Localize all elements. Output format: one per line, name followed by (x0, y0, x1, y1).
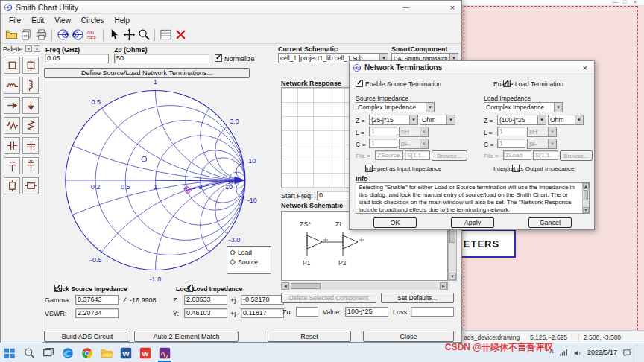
chevron-down-icon[interactable] (420, 127, 428, 136)
volume-icon[interactable] (572, 348, 583, 358)
info-text-box[interactable]: Selecting "Enable" for either Load or So… (356, 182, 590, 214)
zo-value-input[interactable]: 100-j*25 (345, 307, 388, 317)
admittance-grid-icon[interactable] (70, 28, 85, 42)
file-explorer-icon[interactable] (97, 344, 116, 362)
load-l-input[interactable]: 1 (497, 127, 525, 136)
load-l-unit-select[interactable]: nH (527, 127, 557, 137)
open-stub-icon[interactable] (4, 157, 20, 174)
bg-close-icon[interactable] (634, 0, 637, 4)
series-feed-icon[interactable] (4, 97, 20, 114)
ads-icon[interactable] (155, 344, 174, 362)
hscroll-thumb[interactable] (291, 283, 321, 289)
z-imag-input[interactable]: -0.52170 (241, 295, 284, 305)
source-z-unit-select[interactable]: Ohm (420, 115, 455, 125)
show-desktop-button[interactable] (637, 344, 640, 362)
bg-minimize-icon[interactable] (613, 0, 618, 4)
define-terminations-button[interactable]: Define Source/Load Network Terminations.… (44, 68, 250, 78)
source-l-unit-select[interactable]: nH (399, 127, 429, 137)
schematic-hscrollbar[interactable] (281, 282, 448, 290)
load-c-input[interactable]: 1 (497, 139, 525, 148)
y-real-input[interactable]: 0.46103 (184, 308, 227, 318)
loss-input[interactable] (411, 307, 454, 317)
taskbar-clock[interactable]: 2022/5/17 (587, 349, 617, 357)
shunt-resistor-icon[interactable] (22, 117, 39, 134)
load-z-input[interactable]: (100-j*25 (497, 115, 546, 125)
move-icon[interactable] (121, 28, 136, 42)
bg-maximize-icon[interactable] (623, 0, 626, 4)
close-utility-button[interactable]: Close (363, 331, 454, 342)
source-c-input[interactable]: 1 (369, 139, 397, 148)
ground-icon[interactable] (22, 57, 39, 74)
menu-help[interactable]: Help (109, 16, 135, 25)
series-capacitor-icon[interactable] (4, 137, 20, 154)
scroll-down-icon[interactable] (449, 273, 456, 280)
normalize-checkbox[interactable] (215, 54, 222, 62)
load-file-param-input[interactable]: S(1,1.. (533, 150, 558, 160)
notification-icon[interactable] (622, 348, 632, 358)
menu-edit[interactable]: Edit (26, 16, 49, 25)
close-button[interactable]: × (446, 2, 458, 12)
dialog-close-button[interactable]: × (579, 63, 591, 72)
load-z-unit-select[interactable]: Ohm (548, 115, 584, 125)
scroll-down-icon[interactable] (583, 207, 589, 213)
chevron-down-icon[interactable] (575, 115, 583, 124)
y-imag-input[interactable]: 0.11817 (241, 308, 284, 318)
edge-icon[interactable] (58, 344, 78, 362)
word-icon[interactable]: W (116, 344, 136, 362)
source-z-input[interactable]: (25-j*15 (369, 115, 418, 125)
scroll-up-icon[interactable] (583, 183, 589, 189)
chevron-down-icon[interactable] (446, 115, 455, 124)
chrome-icon[interactable] (78, 344, 97, 362)
open-icon[interactable] (4, 28, 19, 42)
series-resistor-icon[interactable] (4, 117, 20, 134)
source-l-input[interactable]: 1 (369, 127, 397, 136)
menu-circles[interactable]: Circles (76, 16, 110, 25)
delete-icon[interactable] (173, 28, 188, 42)
zoom-icon[interactable] (136, 28, 151, 42)
zo-input[interactable] (296, 307, 318, 317)
chevron-down-icon[interactable] (409, 115, 417, 124)
schematic-view-icon[interactable] (158, 28, 173, 42)
source-file-param-input[interactable]: S(1,1.. (405, 150, 430, 160)
delete-selected-component-button[interactable]: Delete Selected Component (281, 293, 376, 303)
build-ads-circuit-button[interactable]: Build ADS Circuit (44, 331, 130, 342)
auto-match-button[interactable]: Auto 2-Element Match (134, 331, 239, 342)
shunt-capacitor-icon[interactable] (22, 137, 39, 154)
scroll-right-icon[interactable] (440, 282, 447, 290)
chevron-down-icon[interactable] (548, 139, 556, 148)
window-titlebar[interactable]: Smith Chart Utility — × (1, 1, 461, 14)
gamma-mag-input[interactable]: 0.37643 (75, 295, 119, 305)
load-browse-button[interactable]: Browse... (560, 150, 593, 161)
chevron-down-icon[interactable] (554, 103, 562, 112)
impedance-grid-icon[interactable] (55, 28, 70, 42)
print-icon[interactable] (34, 28, 48, 42)
menu-file[interactable]: File (4, 16, 26, 25)
cancel-button[interactable]: Cancel (528, 217, 572, 228)
load-file-input[interactable]: ZLoad (503, 150, 531, 160)
info-scroll-thumb[interactable] (584, 190, 588, 200)
dialog-titlebar[interactable]: Network Terminations × (350, 61, 594, 74)
port1-symbol-body[interactable] (307, 235, 322, 249)
source-c-unit-select[interactable]: pF (399, 139, 429, 149)
z-real-input[interactable]: 2.03533 (184, 295, 227, 305)
palette-close-icon[interactable] (34, 45, 40, 52)
load-impedance-type-select[interactable]: Complex Impedance (484, 102, 563, 112)
wps-icon[interactable]: W (136, 344, 155, 362)
apply-button[interactable]: Apply (451, 217, 494, 228)
series-inductor-icon[interactable] (4, 77, 20, 94)
search-icon[interactable] (19, 344, 39, 362)
chevron-down-icon[interactable] (426, 103, 434, 112)
info-scrollbar[interactable] (582, 183, 589, 213)
set-defaults-button[interactable]: Set Defaults... (381, 293, 454, 303)
ok-button[interactable]: OK (373, 217, 417, 228)
pin-icon[interactable] (25, 45, 32, 52)
enable-source-checkbox[interactable] (356, 80, 363, 87)
start-button[interactable] (0, 344, 19, 362)
port2-symbol-body[interactable] (343, 235, 358, 249)
chevron-down-icon[interactable] (548, 127, 556, 136)
minimize-button[interactable]: — (400, 2, 412, 12)
menu-view[interactable]: View (49, 16, 76, 25)
chevron-down-icon[interactable] (420, 139, 428, 148)
shunt-inductor-icon[interactable] (22, 77, 39, 94)
source-impedance-type-select[interactable]: Complex Impedance (356, 102, 435, 112)
